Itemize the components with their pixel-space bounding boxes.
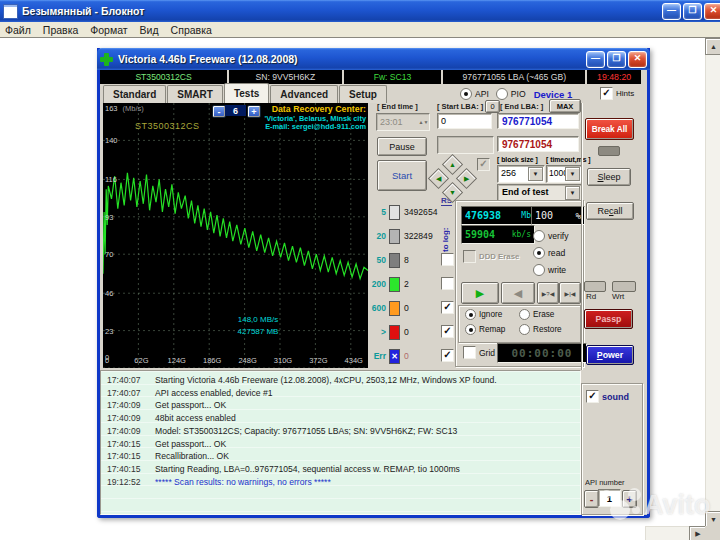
tab-advanced[interactable]: Advanced: [270, 85, 338, 103]
victoria-close-button[interactable]: ✕: [628, 51, 647, 68]
progress-unit: Mb: [521, 211, 531, 220]
write-radio[interactable]: [533, 264, 545, 276]
log-line: 17:40:07API access enabled, device #1: [107, 388, 273, 398]
scrollbar-corner: [705, 526, 720, 540]
tab-setup[interactable]: Setup: [339, 85, 387, 103]
log-message: Get passport... OK: [155, 400, 226, 410]
maximize-button[interactable]: ❐: [683, 3, 702, 20]
sound-checkbox[interactable]: ✓: [586, 390, 599, 403]
y-tick: 163 (Mb/s): [105, 104, 144, 113]
action-dropdown-arrow[interactable]: ▼: [565, 186, 580, 200]
start-button[interactable]: Start: [377, 160, 427, 191]
grid-checkbox[interactable]: [463, 346, 476, 359]
seek-button[interactable]: ▶?◀: [537, 282, 559, 304]
counter-label: >: [368, 327, 386, 337]
log-time: 17:40:07: [107, 375, 149, 385]
sleep-label: leep: [604, 172, 621, 182]
erase-radio[interactable]: [519, 309, 530, 320]
y-tick: 116: [105, 175, 117, 184]
device-label: Device 1: [534, 89, 573, 100]
verify-radio-row: verify: [533, 230, 569, 242]
recall-button[interactable]: Recall: [586, 202, 634, 220]
api-minus-button[interactable]: -: [584, 490, 599, 508]
to-log-checkbox-0[interactable]: [441, 253, 454, 266]
start-lba-input[interactable]: 0: [437, 113, 492, 129]
scale-plus-button[interactable]: +: [247, 105, 261, 118]
play-button[interactable]: ▶: [461, 282, 499, 304]
progress-display: 476938 Mb: [461, 206, 535, 225]
log-message: ***** Scan results: no warnings, no erro…: [155, 477, 331, 487]
menu-item-Правка[interactable]: Правка: [43, 24, 78, 36]
passp-button[interactable]: Passp: [584, 309, 633, 329]
scale-minus-button[interactable]: -: [212, 105, 226, 118]
loop-checkbox[interactable]: ✓: [477, 158, 490, 171]
ddd-erase-checkbox[interactable]: [463, 250, 476, 263]
victoria-titlebar[interactable]: Victoria 4.46b Freeware (12.08.2008) — ❐…: [97, 48, 650, 70]
menu-item-Формат[interactable]: Формат: [90, 24, 127, 36]
break-all-button[interactable]: Break All: [585, 118, 634, 140]
ignore-radio-row: Ignore: [465, 309, 502, 320]
scroll-up-button[interactable]: ▲: [705, 38, 720, 55]
remap-radio-row: Remap: [465, 324, 505, 335]
x-tick: 0: [105, 356, 129, 365]
speed-unit: kb/s: [512, 230, 531, 239]
verify-radio[interactable]: [533, 230, 545, 242]
log-line: 17:40:0948bit access enabled: [107, 413, 236, 423]
menu-item-Вид[interactable]: Вид: [140, 24, 159, 36]
timeout-dropdown[interactable]: 1000 ▼: [546, 165, 582, 183]
pause-button[interactable]: Pause: [377, 137, 427, 156]
tab-standard[interactable]: Standard: [103, 85, 166, 103]
minimize-button[interactable]: —: [662, 3, 681, 20]
percent-display: 100 %: [531, 206, 585, 225]
block-size-dropdown-arrow[interactable]: ▼: [528, 167, 543, 181]
counter-block: [389, 229, 400, 244]
notepad-title: Безымянный - Блокнот: [22, 5, 660, 17]
log-area[interactable]: 17:40:07Starting Victoria 4.46b Freeware…: [100, 370, 581, 515]
to-log-checkbox-4[interactable]: ✓: [441, 349, 454, 362]
close-button[interactable]: ✕: [704, 3, 720, 20]
grid-row: Grid: [463, 346, 495, 359]
to-log-checkbox-2[interactable]: ✓: [441, 301, 454, 314]
tab-tests[interactable]: Tests: [224, 83, 269, 103]
menu-item-Справка[interactable]: Справка: [171, 24, 212, 36]
to-log-checkbox-1[interactable]: [441, 277, 454, 290]
write-radio-row: write: [533, 264, 566, 276]
counter-block: [389, 301, 400, 316]
tab-smart[interactable]: SMART: [167, 85, 223, 103]
power-button[interactable]: Power: [586, 345, 634, 365]
api-number-field[interactable]: 1: [598, 489, 621, 507]
end-lba-input[interactable]: 976771054: [497, 113, 579, 129]
banner: Data Recovery Center: 'Victoria', Belaru…: [264, 104, 366, 132]
speed-display: 59904 kb/s: [461, 225, 535, 244]
hints-checkbox[interactable]: ✓: [600, 87, 613, 100]
counter-row-600: 6000: [368, 301, 438, 315]
restore-radio[interactable]: [519, 324, 530, 335]
sleep-button[interactable]: Sleep: [587, 168, 631, 186]
ddd-erase-row: DDD Erase: [463, 250, 519, 263]
end-time-spinner[interactable]: 23:01 ▲▼: [376, 113, 430, 131]
api-plus-button[interactable]: +: [622, 490, 637, 508]
pio-radio[interactable]: [496, 88, 508, 100]
start-lba-zero-button[interactable]: 0: [485, 100, 500, 113]
menu-item-Файл[interactable]: Файл: [5, 24, 31, 36]
to-log-checkbox-3[interactable]: ✓: [441, 325, 454, 338]
api-radio[interactable]: [460, 88, 472, 100]
banner-email: E-mail: sergei@hdd-911.com: [264, 123, 366, 132]
read-radio[interactable]: [533, 247, 545, 259]
remap-radio[interactable]: [465, 324, 476, 335]
log-line: 17:40:07Starting Victoria 4.46b Freeware…: [107, 375, 497, 385]
victoria-minimize-button[interactable]: —: [586, 51, 605, 68]
max-button[interactable]: MAX: [549, 99, 581, 113]
victoria-maximize-button[interactable]: ❐: [607, 51, 626, 68]
vertical-scrollbar[interactable]: [705, 38, 720, 528]
counter-value: 322849: [404, 231, 433, 241]
step-button[interactable]: ▶|◀: [559, 282, 581, 304]
drive-firmware: Fw: SC13: [344, 70, 442, 84]
timeout-dropdown-arrow[interactable]: ▼: [565, 167, 580, 181]
seek-icon: ▶?◀: [542, 290, 555, 297]
ignore-radio[interactable]: [465, 309, 476, 320]
notepad-titlebar[interactable]: Безымянный - Блокнот — ❐ ✕: [0, 0, 720, 22]
end-time-up-down[interactable]: ▲▼: [418, 119, 429, 125]
block-size-dropdown[interactable]: 256 ▼: [497, 165, 545, 183]
back-button[interactable]: ◀: [501, 282, 535, 304]
